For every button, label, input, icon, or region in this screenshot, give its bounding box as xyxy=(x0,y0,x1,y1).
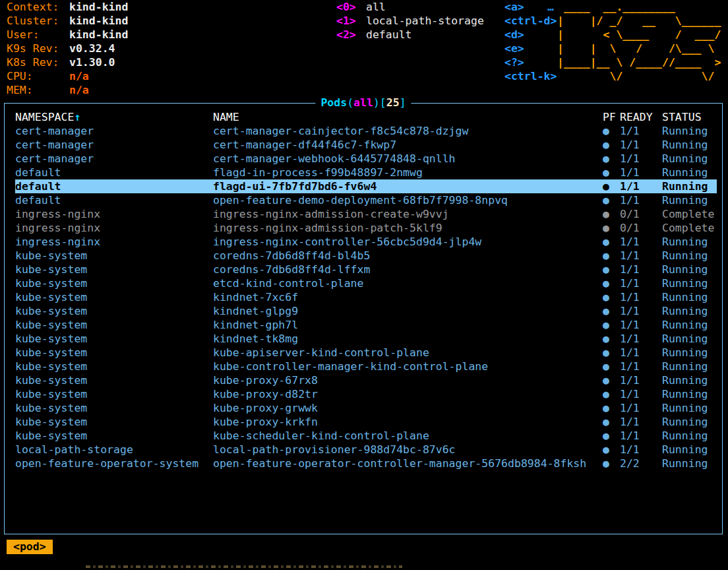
cell-namespace: kube-system xyxy=(15,304,213,318)
cell-namespace: kube-system xyxy=(15,318,213,332)
action-hotkey[interactable]: <ctrl-d> xyxy=(504,14,557,28)
cell-ready: 1/1 xyxy=(620,346,662,360)
cell-status: Running xyxy=(662,401,717,415)
table-row[interactable]: cert-managercert-manager-webhook-6445774… xyxy=(15,152,717,166)
action-hotkey[interactable]: <a>… xyxy=(504,0,557,14)
port-forward-dot-icon: ● xyxy=(601,415,620,429)
table-row[interactable]: kube-systemkube-proxy-d82tr●1/1Running xyxy=(15,387,717,401)
cell-ready: 1/1 xyxy=(620,443,662,457)
port-forward-dot-icon: ● xyxy=(601,235,620,249)
table-row[interactable]: kube-systemkindnet-7xc6f●1/1Running xyxy=(15,290,717,304)
cell-namespace: kube-system xyxy=(15,249,213,263)
cell-ready: 1/1 xyxy=(620,429,662,443)
port-forward-dot-icon: ● xyxy=(601,249,620,263)
port-forward-dot-icon: ● xyxy=(601,332,620,346)
port-forward-dot-icon: ● xyxy=(601,360,620,373)
cell-ready: 1/1 xyxy=(620,152,662,166)
cell-status: Running xyxy=(662,138,717,152)
table-row[interactable]: kube-systemcoredns-7db6d8ff4d-lffxm●1/1R… xyxy=(15,263,717,276)
cell-ready: 1/1 xyxy=(620,235,662,249)
cell-ready: 1/1 xyxy=(620,166,662,179)
table-row[interactable]: kube-systemkindnet-gph7l●1/1Running xyxy=(15,318,717,332)
info-value: v0.32.4 xyxy=(69,42,115,55)
cell-ready: 1/1 xyxy=(620,276,662,290)
cell-namespace: cert-manager xyxy=(15,138,213,152)
cell-name: cert-manager-webhook-6445774848-qnllh xyxy=(213,152,601,166)
table-row[interactable]: ingress-nginxingress-nginx-admission-cre… xyxy=(15,207,717,221)
cell-name: coredns-7db6d8ff4d-bl4b5 xyxy=(213,249,601,263)
table-row[interactable]: kube-systemkube-proxy-67rx8●1/1Running xyxy=(15,373,717,387)
action-hotkey[interactable]: <ctrl-k> xyxy=(504,69,557,83)
cell-status: Running xyxy=(662,179,717,193)
cell-status: Running xyxy=(662,457,717,470)
namespace-hotkey[interactable]: <1>local-path-storage xyxy=(336,14,484,28)
namespace-hotkeys: <0>all<1>local-path-storage<2>default xyxy=(336,0,484,42)
column-header-name[interactable]: NAME xyxy=(213,110,601,124)
cell-status: Running xyxy=(662,193,717,207)
cell-name: flagd-ui-7fb7fd7bd6-fv6w4 xyxy=(213,179,601,193)
cluster-info-line: K8s Rev:v1.30.0 xyxy=(7,55,128,69)
column-header-pf[interactable]: PF xyxy=(601,110,620,124)
port-forward-dot-icon: ● xyxy=(601,304,620,318)
cell-name: cert-manager-df44f46c7-fkwp7 xyxy=(213,138,601,152)
action-hotkey[interactable]: <?> xyxy=(504,55,557,69)
cell-ready: 0/1 xyxy=(620,221,662,235)
table-row[interactable]: defaultopen-feature-demo-deployment-68fb… xyxy=(15,193,717,207)
table-row[interactable]: kube-systemkube-controller-manager-kind-… xyxy=(15,360,717,373)
table-row[interactable]: kube-systemkube-proxy-krkfn●1/1Running xyxy=(15,415,717,429)
table-row[interactable]: kube-systemetcd-kind-control-plane●1/1Ru… xyxy=(15,276,717,290)
cell-name: open-feature-demo-deployment-68fb7f7998-… xyxy=(213,193,601,207)
cell-ready: 1/1 xyxy=(620,401,662,415)
cell-name: ingress-nginx-admission-patch-5klf9 xyxy=(213,221,601,235)
sort-ascending-icon: ↑ xyxy=(74,111,80,123)
cell-namespace: ingress-nginx xyxy=(15,235,213,249)
port-forward-dot-icon: ● xyxy=(601,373,620,387)
cell-status: Running xyxy=(662,152,717,166)
table-row[interactable]: cert-managercert-manager-df44f46c7-fkwp7… xyxy=(15,138,717,152)
cell-namespace: kube-system xyxy=(15,290,213,304)
port-forward-dot-icon: ● xyxy=(601,221,620,235)
breadcrumb-pod[interactable]: <pod> xyxy=(7,540,53,554)
table-row[interactable]: defaultflagd-in-process-f99b48897-2nmwg●… xyxy=(15,166,717,179)
namespace-hotkey[interactable]: <2>default xyxy=(336,28,484,42)
column-header-status[interactable]: STATUS xyxy=(662,110,717,124)
table-row[interactable]: kube-systemkindnet-tk8mg●1/1Running xyxy=(15,332,717,346)
cluster-info-line: K9s Rev:v0.32.4 xyxy=(7,42,128,55)
cell-name: etcd-kind-control-plane xyxy=(213,276,601,290)
cell-namespace: default xyxy=(15,179,213,193)
action-hotkey[interactable]: <e> xyxy=(504,42,557,55)
column-header-ready[interactable]: READY xyxy=(620,110,662,124)
info-value: n/a xyxy=(69,70,89,82)
table-row[interactable]: kube-systemkube-proxy-grwwk●1/1Running xyxy=(15,401,717,415)
column-header-name-label: NAME xyxy=(213,111,239,123)
table-row[interactable]: ingress-nginxingress-nginx-admission-pat… xyxy=(15,221,717,235)
cell-name: kube-controller-manager-kind-control-pla… xyxy=(213,360,601,373)
cell-name: kindnet-7xc6f xyxy=(213,290,601,304)
cell-namespace: local-path-storage xyxy=(15,443,213,457)
table-row[interactable]: kube-systemkube-apiserver-kind-control-p… xyxy=(15,346,717,360)
port-forward-dot-icon: ● xyxy=(601,263,620,276)
table-row[interactable]: open-feature-operator-systemopen-feature… xyxy=(15,457,717,470)
table-row[interactable]: kube-systemkube-scheduler-kind-control-p… xyxy=(15,429,717,443)
table-row[interactable]: kube-systemkindnet-glpg9●1/1Running xyxy=(15,304,717,318)
table-row[interactable]: ingress-nginxingress-nginx-controller-56… xyxy=(15,235,717,249)
cluster-info-line: User:kind-kind xyxy=(7,28,128,42)
hotkey-key: <e> xyxy=(504,42,547,55)
table-row[interactable]: local-path-storagelocal-path-provisioner… xyxy=(15,443,717,457)
table-row[interactable]: kube-systemcoredns-7db6d8ff4d-bl4b5●1/1R… xyxy=(15,249,717,263)
cell-name: cert-manager-cainjector-f8c54c878-dzjgw xyxy=(213,124,601,138)
column-header-namespace[interactable]: NAMESPACE↑ xyxy=(15,110,213,124)
table-row[interactable]: defaultflagd-ui-7fb7fd7bd6-fv6w4●1/1Runn… xyxy=(15,179,717,193)
table-row[interactable]: cert-managercert-manager-cainjector-f8c5… xyxy=(15,124,717,138)
cluster-info-line: Context:kind-kind xyxy=(7,0,128,14)
cell-status: Complete xyxy=(662,207,717,221)
cell-name: ingress-nginx-admission-create-w9vvj xyxy=(213,207,601,221)
cell-status: Running xyxy=(662,346,717,360)
cell-name: local-path-provisioner-988d74bc-87v6c xyxy=(213,443,601,457)
cluster-info-line: Cluster:kind-kind xyxy=(7,14,128,28)
cell-status: Running xyxy=(662,304,717,318)
cluster-info-line: CPU:n/a xyxy=(7,69,128,83)
action-hotkey[interactable]: <d> xyxy=(504,28,557,42)
namespace-hotkey[interactable]: <0>all xyxy=(336,0,484,14)
port-forward-dot-icon: ● xyxy=(601,207,620,221)
